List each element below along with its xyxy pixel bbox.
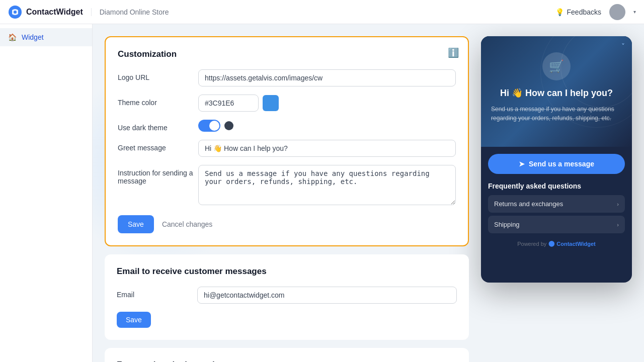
instruction-textarea[interactable] <box>198 165 456 205</box>
email-row: Email <box>117 287 457 304</box>
send-icon: ➤ <box>519 160 525 168</box>
widget-faq-item-0[interactable]: Returns and exchanges › <box>488 195 625 213</box>
email-card-title: Email to receive customer messages <box>117 266 457 277</box>
customization-actions: Save Cancel changes <box>118 215 456 233</box>
customization-title: Customization <box>118 49 456 59</box>
widget-greeting: Hi 👋 How can I help you? <box>491 87 622 99</box>
widget-collapse-icon[interactable]: ˅ <box>621 42 625 50</box>
logo-url-row: Logo URL <box>118 69 456 86</box>
instruction-label: Instruction for sending a message <box>118 165 198 185</box>
faq-card-title: Frequently asked questions <box>117 360 457 362</box>
theme-color-label: Theme color <box>118 95 198 107</box>
logo: ContactWidget <box>8 5 83 19</box>
logo-url-input[interactable] <box>198 69 456 86</box>
logo-icon <box>8 5 22 19</box>
widget-send-button[interactable]: ➤ Send us a message <box>488 154 625 174</box>
faq-card: Frequently asked questions <box>105 348 469 362</box>
faq-chevron-1: › <box>617 222 619 228</box>
widget-preview: ˅ 🛒 Hi 👋 How can I help you? Send us a m… <box>481 36 632 283</box>
widget-header: ˅ 🛒 Hi 👋 How can I help you? Send us a m… <box>481 36 632 147</box>
theme-color-row: Theme color <box>118 95 456 112</box>
color-swatch-button[interactable] <box>263 95 279 111</box>
widget-faq-title: Frequently asked questions <box>488 182 625 190</box>
preview-panel: ˅ 🛒 Hi 👋 How can I help you? Send us a m… <box>481 36 632 362</box>
greet-message-row: Greet message <box>118 140 456 157</box>
faq-chevron-0: › <box>617 201 619 207</box>
user-avatar-button[interactable] <box>609 4 625 20</box>
sidebar-item-widget[interactable]: 🏠 Widget <box>0 28 92 46</box>
toggle-row <box>198 120 456 132</box>
header: ContactWidget Diamond Online Store 💡 Fee… <box>0 0 644 24</box>
customization-cancel-button[interactable]: Cancel changes <box>156 215 218 233</box>
theme-color-input[interactable] <box>198 95 259 112</box>
sidebar: 🏠 Widget <box>0 24 93 362</box>
dark-theme-toggle[interactable] <box>198 120 220 132</box>
color-row <box>198 95 456 112</box>
dark-theme-row: Use dark theme <box>118 120 456 132</box>
svg-point-1 <box>14 11 17 14</box>
widget-body: ➤ Send us a message Frequently asked que… <box>481 147 632 258</box>
layout: 🏠 Widget Customization ℹ️ Logo URL Theme… <box>0 24 644 362</box>
dark-theme-control <box>198 120 456 132</box>
widget-cart-icon: 🛒 <box>542 52 571 80</box>
feedbacks-icon: 💡 <box>555 8 564 16</box>
info-icon: ℹ️ <box>448 47 458 57</box>
widget-footer: Powered by ⬤ ContactWidget <box>488 236 625 251</box>
email-card: Email to receive customer messages Email… <box>105 254 469 340</box>
logo-url-control <box>198 69 456 86</box>
user-menu-chevron-icon[interactable]: ▾ <box>633 9 636 15</box>
instruction-row: Instruction for sending a message <box>118 165 456 207</box>
greet-message-control <box>198 140 456 157</box>
greet-message-input[interactable] <box>198 140 456 157</box>
instruction-control <box>198 165 456 207</box>
feedbacks-button[interactable]: 💡 Feedbacks <box>555 8 601 16</box>
store-name: Diamond Online Store <box>91 8 169 16</box>
email-label: Email <box>117 287 197 299</box>
main-content: Customization ℹ️ Logo URL Theme color <box>93 24 481 362</box>
dark-theme-indicator <box>224 121 233 130</box>
customization-save-button[interactable]: Save <box>118 215 154 233</box>
greet-message-label: Greet message <box>118 140 198 152</box>
email-actions: Save <box>117 312 457 328</box>
customization-card: Customization ℹ️ Logo URL Theme color <box>105 36 469 246</box>
dark-theme-label: Use dark theme <box>118 120 198 132</box>
email-input[interactable] <box>197 287 457 304</box>
header-right: 💡 Feedbacks ▾ <box>555 4 636 20</box>
email-save-button[interactable]: Save <box>117 312 151 328</box>
theme-color-control <box>198 95 456 112</box>
powered-logo: ⬤ <box>548 240 554 247</box>
email-control <box>197 287 457 304</box>
logo-url-label: Logo URL <box>118 69 198 81</box>
widget-faq-item-1[interactable]: Shipping › <box>488 216 625 233</box>
widget-home-icon: 🏠 <box>8 33 17 41</box>
widget-instruction: Send us a message if you have any questi… <box>491 105 622 123</box>
